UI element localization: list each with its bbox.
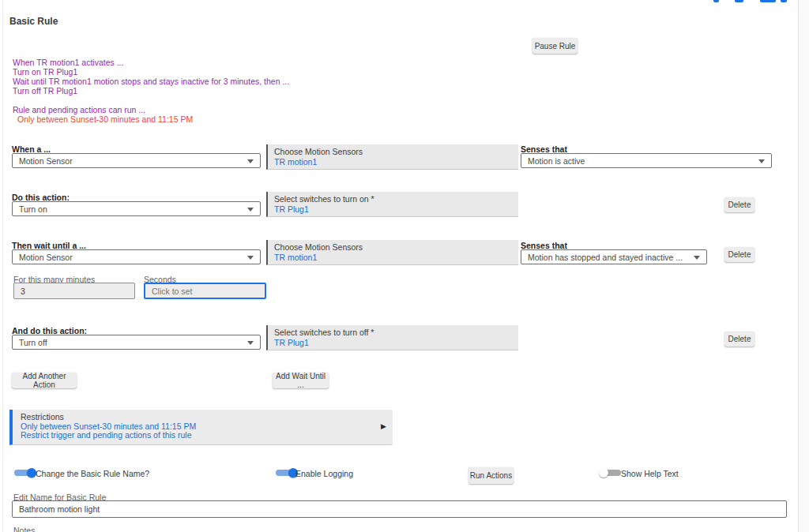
restrictions-description: Restrict trigger and pending actions of … xyxy=(21,431,377,440)
rule-summary: When TR motion1 activates ... Turn on TR… xyxy=(13,58,289,124)
action-value: Turn on xyxy=(19,204,47,214)
toggle-knob xyxy=(599,468,608,478)
wait-capability-select[interactable]: Motion Sensor xyxy=(12,249,261,264)
dropdown-arrow-icon xyxy=(247,208,254,212)
wait-senses-select[interactable]: Motion has stopped and stayed inactive .… xyxy=(521,249,707,264)
dropdown-arrow-icon xyxy=(247,341,254,345)
pause-rule-button[interactable]: Pause Rule xyxy=(532,38,578,54)
wait-device-picker[interactable]: Choose Motion Sensors TR motion1 xyxy=(266,240,518,265)
expand-arrow-icon: ▶ xyxy=(381,422,386,432)
rule-summary-line: When TR motion1 activates ... xyxy=(13,58,289,67)
rule-summary-line: Wait until TR motion1 motion stops and s… xyxy=(13,77,289,86)
show-help-toggle[interactable] xyxy=(599,468,623,478)
selected-device-link[interactable]: TR motion1 xyxy=(274,253,512,263)
wait-senses-value: Motion has stopped and stayed inactive .… xyxy=(528,253,683,262)
add-wait-until-button[interactable]: Add Wait Until ... xyxy=(273,373,329,388)
action-device-picker[interactable]: Select switches to turn on * TR Plug1 xyxy=(266,192,518,217)
rule-summary-run-heading: Rule and pending actions can run ... xyxy=(13,105,289,114)
card-edge-line xyxy=(2,0,3,532)
wait-capability-value: Motion Sensor xyxy=(19,253,73,262)
rule-name-input[interactable] xyxy=(12,500,787,518)
action-select[interactable]: Turn on xyxy=(12,201,261,216)
add-another-action-button[interactable]: Add Another Action xyxy=(12,373,77,388)
rule-summary-restriction: Only between Sunset-30 minutes and 11:15… xyxy=(13,114,289,124)
device-picker-title: Select switches to turn off * xyxy=(274,328,512,338)
rule-summary-line: Turn off TR Plug1 xyxy=(13,86,289,96)
trigger-capability-select[interactable]: Motion Sensor xyxy=(12,153,261,168)
restrictions-title: Restrictions xyxy=(21,413,377,422)
header-icon-2[interactable] xyxy=(735,0,743,2)
basic-rule-page: Basic Rule Pause Rule When TR motion1 ac… xyxy=(0,0,809,532)
second-action-delete-button[interactable]: Delete xyxy=(724,332,754,347)
dropdown-arrow-icon xyxy=(247,256,254,260)
seconds-input[interactable] xyxy=(144,283,266,299)
page-title: Basic Rule xyxy=(9,16,58,27)
trigger-senses-value: Motion is active xyxy=(528,156,585,166)
show-help-toggle-label: Show Help Text xyxy=(621,469,679,478)
dropdown-arrow-icon xyxy=(758,159,765,163)
header-icon-3[interactable] xyxy=(760,0,776,2)
second-action-select[interactable]: Turn off xyxy=(12,335,261,350)
notes-label: Notes xyxy=(13,526,35,532)
minutes-input[interactable] xyxy=(13,283,135,299)
wait-delete-button[interactable]: Delete xyxy=(724,247,754,262)
selected-device-link[interactable]: TR Plug1 xyxy=(274,338,512,348)
trigger-device-picker[interactable]: Choose Motion Sensors TR motion1 xyxy=(266,144,518,170)
rename-toggle-label: Change the Basic Rule Name? xyxy=(36,469,149,478)
rule-summary-line: Turn on TR Plug1 xyxy=(13,67,289,77)
header-icon-4[interactable] xyxy=(781,0,787,2)
header-icon-1[interactable] xyxy=(713,0,719,2)
restrictions-panel[interactable]: Restrictions Only between Sunset-30 minu… xyxy=(9,410,393,445)
device-picker-title: Select switches to turn on * xyxy=(274,194,512,204)
dropdown-arrow-icon xyxy=(694,256,700,260)
run-actions-button[interactable]: Run Actions xyxy=(468,467,514,484)
second-action-device-picker[interactable]: Select switches to turn off * TR Plug1 xyxy=(266,325,518,350)
dropdown-arrow-icon xyxy=(247,159,254,163)
second-action-value: Turn off xyxy=(19,338,47,347)
page-gutter xyxy=(798,0,809,532)
device-picker-title: Choose Motion Sensors xyxy=(274,242,512,253)
trigger-capability-value: Motion Sensor xyxy=(19,156,73,166)
logging-toggle[interactable] xyxy=(274,468,298,478)
selected-device-link[interactable]: TR motion1 xyxy=(274,157,512,167)
trigger-senses-select[interactable]: Motion is active xyxy=(521,153,772,168)
device-picker-title: Choose Motion Sensors xyxy=(274,147,512,157)
rename-toggle[interactable] xyxy=(13,468,36,478)
action-delete-button[interactable]: Delete xyxy=(724,197,754,212)
selected-device-link[interactable]: TR Plug1 xyxy=(274,204,512,215)
logging-toggle-label: Enable Logging xyxy=(295,469,353,478)
